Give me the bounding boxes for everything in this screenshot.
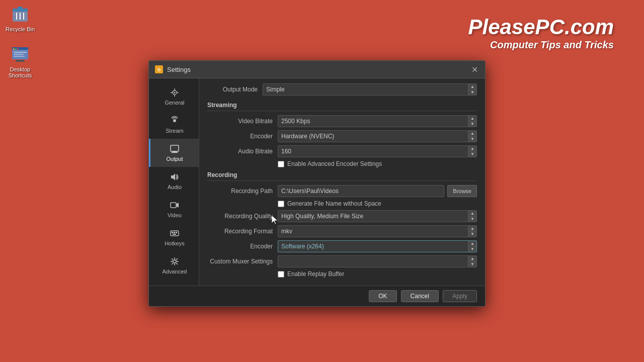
svg-rect-10: [17, 48, 19, 50]
desktop-shortcuts-icon[interactable]: Desktop Shortcuts: [4, 44, 36, 78]
video-bitrate-down[interactable]: ▼: [468, 122, 476, 127]
dialog-close-button[interactable]: ✕: [470, 65, 479, 74]
desktop-shortcuts-label: Desktop Shortcuts: [9, 66, 32, 78]
hotkeys-icon: [170, 228, 180, 238]
recording-quality-up[interactable]: ▲: [468, 211, 476, 217]
apply-button[interactable]: Apply: [443, 290, 477, 302]
output-mode-select[interactable]: Simple ▲ ▼: [263, 83, 477, 96]
recording-format-value: mkv: [278, 228, 468, 235]
recording-path-row: Recording Path Browse: [207, 185, 477, 197]
sidebar: General Stream: [149, 78, 199, 286]
desktop-shortcuts-image: [10, 44, 30, 64]
adv-encoder-row: Enable Advanced Encoder Settings: [278, 160, 477, 167]
svg-rect-33: [176, 232, 177, 233]
ok-button[interactable]: OK: [369, 290, 396, 302]
audio-bitrate-up[interactable]: ▲: [468, 146, 476, 152]
video-bitrate-value: 2500 Kbps: [278, 118, 468, 125]
streaming-encoder-spinner: ▲ ▼: [468, 131, 476, 142]
recording-encoder-label: Encoder: [207, 243, 273, 250]
recording-encoder-up[interactable]: ▲: [468, 241, 476, 247]
recording-encoder-spinner: ▲ ▼: [468, 241, 476, 252]
video-bitrate-control[interactable]: 2500 Kbps ▲ ▼: [278, 115, 477, 127]
site-subtitle: Computer Tips and Tricks: [468, 39, 614, 51]
streaming-encoder-value: Hardware (NVENC): [278, 133, 468, 140]
sidebar-item-output[interactable]: Output: [149, 139, 199, 167]
recording-quality-control[interactable]: High Quality, Medium File Size ▲ ▼: [278, 210, 477, 222]
output-mode-spinner: ▲ ▼: [468, 84, 476, 95]
svg-rect-9: [15, 48, 17, 50]
recording-path-controls: Browse: [278, 185, 477, 197]
browse-button[interactable]: Browse: [447, 185, 477, 197]
replay-buffer-row: Enable Replay Buffer: [278, 270, 477, 278]
audio-icon: [170, 172, 180, 182]
streaming-encoder-up[interactable]: ▲: [468, 131, 476, 137]
recording-quality-spinner: ▲ ▼: [468, 211, 476, 222]
sidebar-item-general[interactable]: General: [149, 82, 199, 111]
audio-bitrate-down[interactable]: ▼: [468, 152, 476, 157]
output-mode-value: Simple: [263, 86, 468, 93]
sidebar-item-advanced[interactable]: Advanced: [149, 251, 199, 280]
cancel-button[interactable]: Cancel: [401, 290, 439, 302]
sidebar-advanced-label: Advanced: [163, 268, 187, 275]
recording-format-label: Recording Format: [207, 228, 273, 235]
recording-format-up[interactable]: ▲: [468, 226, 476, 232]
output-mode-down[interactable]: ▼: [468, 90, 476, 96]
svg-point-35: [173, 260, 176, 263]
main-content: Output Mode Simple ▲ ▼ Streaming Video B…: [199, 78, 485, 286]
sidebar-item-video[interactable]: Video: [149, 195, 199, 223]
output-icon: [170, 144, 180, 154]
sidebar-item-stream[interactable]: Stream: [149, 111, 199, 139]
audio-bitrate-control[interactable]: 160 ▲ ▼: [278, 145, 477, 157]
site-name: PleasePC.com: [468, 15, 614, 39]
no-space-label: Generate File Name without Space: [287, 200, 381, 207]
output-mode-row: Output Mode Simple ▲ ▼: [207, 83, 477, 96]
audio-bitrate-spinner: ▲ ▼: [468, 146, 476, 157]
streaming-encoder-label: Encoder: [207, 133, 273, 140]
svg-rect-13: [14, 56, 25, 57]
streaming-encoder-down[interactable]: ▼: [468, 137, 476, 142]
svg-line-40: [172, 258, 173, 260]
streaming-encoder-control[interactable]: Hardware (NVENC) ▲ ▼: [278, 130, 477, 142]
settings-dialog: ⚙ Settings ✕: [148, 60, 486, 307]
svg-rect-24: [171, 145, 179, 151]
video-bitrate-spinner: ▲ ▼: [468, 116, 476, 127]
streaming-section-header: Streaming: [207, 102, 477, 111]
output-mode-up[interactable]: ▲: [468, 84, 476, 90]
audio-bitrate-label: Audio Bitrate: [207, 148, 273, 155]
svg-line-41: [176, 263, 178, 264]
recording-quality-label: Recording Quality: [207, 213, 273, 220]
recording-format-control[interactable]: mkv ▲ ▼: [278, 225, 477, 237]
watermark: PleasePC.com Computer Tips and Tricks: [468, 15, 614, 51]
recycle-bin-icon[interactable]: Recycle Bin: [4, 4, 36, 32]
recording-path-input[interactable]: [278, 185, 444, 197]
custom-muxer-control[interactable]: ▲ ▼: [278, 255, 477, 267]
dialog-title: Settings: [167, 66, 191, 73]
video-bitrate-up[interactable]: ▲: [468, 116, 476, 122]
audio-bitrate-row: Audio Bitrate 160 ▲ ▼: [207, 145, 477, 157]
sidebar-item-hotkeys[interactable]: Hotkeys: [149, 223, 199, 251]
dialog-body: General Stream: [149, 78, 485, 286]
recording-path-label: Recording Path: [207, 188, 273, 195]
adv-encoder-checkbox[interactable]: [278, 161, 284, 167]
recording-encoder-control[interactable]: Software (x264) ▲ ▼: [278, 240, 477, 252]
recording-encoder-value: Software (x264): [278, 243, 468, 250]
recording-encoder-down[interactable]: ▼: [468, 247, 476, 252]
sidebar-item-audio[interactable]: Audio: [149, 167, 199, 195]
svg-line-43: [172, 263, 173, 264]
recording-format-down[interactable]: ▼: [468, 232, 476, 237]
svg-point-18: [174, 92, 176, 94]
sidebar-video-label: Video: [168, 212, 182, 218]
custom-muxer-up[interactable]: ▲: [468, 256, 476, 262]
recording-quality-down[interactable]: ▼: [468, 217, 476, 222]
replay-buffer-checkbox[interactable]: [278, 271, 284, 278]
output-mode-label: Output Mode: [207, 86, 258, 93]
custom-muxer-label: Custom Muxer Settings: [207, 258, 273, 265]
sidebar-output-label: Output: [166, 156, 183, 162]
svg-line-42: [176, 258, 178, 260]
custom-muxer-down[interactable]: ▼: [468, 262, 476, 267]
recycle-bin-label: Recycle Bin: [6, 26, 35, 32]
no-space-checkbox[interactable]: [278, 201, 284, 207]
recording-format-spinner: ▲ ▼: [468, 226, 476, 237]
adv-encoder-label: Enable Advanced Encoder Settings: [287, 160, 382, 167]
general-icon: [170, 87, 180, 98]
